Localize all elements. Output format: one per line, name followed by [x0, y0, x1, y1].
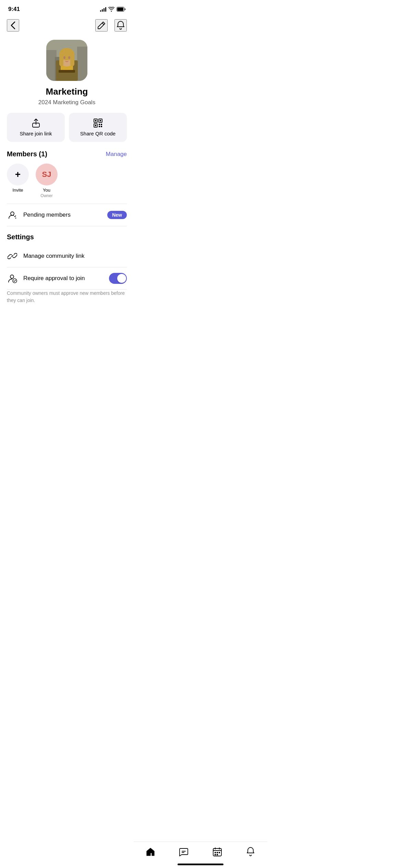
share-link-label: Share join link: [20, 131, 52, 136]
notification-button[interactable]: [114, 19, 127, 32]
share-qr-button[interactable]: Share QR code: [69, 113, 127, 142]
approval-description: Community owners must approve new member…: [0, 290, 134, 311]
pending-members-icon: [7, 209, 18, 220]
share-link-icon: [31, 118, 41, 128]
battery-icon: [117, 7, 125, 12]
profile-name: Marketing: [46, 86, 88, 97]
back-button[interactable]: [7, 19, 19, 32]
svg-point-12: [63, 56, 65, 59]
wifi-icon: [108, 7, 114, 12]
member-you-avatar: SJ: [36, 164, 58, 185]
approval-description-text: Community owners must approve new member…: [7, 290, 125, 303]
member-you-role: Owner: [40, 193, 52, 198]
settings-section: Settings: [0, 226, 134, 245]
members-section: Members (1) Manage + Invite SJ You Owner: [0, 150, 134, 204]
profile-subtitle: 2024 Marketing Goals: [38, 99, 95, 106]
pending-members-row[interactable]: Pending members New: [0, 204, 134, 226]
require-approval-toggle[interactable]: [109, 273, 127, 284]
link-icon: [7, 251, 18, 262]
profile-section: Marketing 2024 Marketing Goals: [0, 37, 134, 113]
manage-link[interactable]: Manage: [106, 151, 127, 158]
status-icons: [100, 7, 125, 12]
status-time: 9:41: [8, 6, 20, 13]
svg-rect-21: [95, 125, 96, 126]
svg-rect-4: [77, 47, 87, 81]
svg-rect-1: [117, 8, 123, 11]
svg-point-26: [11, 212, 14, 215]
members-title: Members (1): [7, 150, 47, 158]
edit-icon: [97, 21, 106, 30]
member-you-name: You: [43, 188, 50, 193]
profile-avatar: [46, 40, 87, 81]
svg-point-28: [10, 275, 14, 278]
share-join-link-button[interactable]: Share join link: [7, 113, 65, 142]
invite-avatar: +: [7, 164, 29, 185]
pending-members-label: Pending members: [23, 212, 102, 218]
invite-member-button[interactable]: + Invite: [7, 164, 29, 193]
manage-community-link-row[interactable]: Manage community link: [0, 245, 134, 267]
svg-rect-11: [70, 54, 74, 66]
svg-rect-22: [99, 124, 100, 125]
require-approval-label: Require approval to join: [23, 275, 104, 282]
invite-label: Invite: [12, 188, 23, 193]
svg-point-13: [68, 56, 70, 59]
bell-icon: [116, 21, 125, 30]
svg-rect-17: [95, 120, 96, 121]
member-you[interactable]: SJ You Owner: [36, 164, 58, 198]
svg-rect-25: [101, 126, 102, 127]
members-header: Members (1) Manage: [7, 150, 127, 158]
svg-rect-14: [59, 70, 75, 73]
settings-title: Settings: [7, 233, 127, 241]
avatar-image: [46, 40, 87, 81]
svg-rect-19: [100, 120, 101, 121]
action-buttons: Share join link Share QR code: [0, 113, 134, 150]
top-nav: [0, 16, 134, 37]
qr-code-icon: [93, 118, 103, 128]
edit-button[interactable]: [95, 19, 108, 32]
status-bar: 9:41: [0, 0, 134, 16]
nav-right-actions: [95, 19, 127, 32]
require-approval-row[interactable]: Require approval to join: [0, 267, 134, 289]
approval-icon: [7, 273, 18, 284]
new-badge: New: [107, 211, 127, 219]
svg-rect-10: [59, 54, 63, 66]
members-list: + Invite SJ You Owner: [7, 164, 127, 198]
svg-rect-23: [101, 124, 102, 125]
share-qr-label: Share QR code: [80, 131, 116, 136]
community-link-label: Manage community link: [23, 253, 127, 260]
signal-icon: [100, 7, 106, 12]
svg-rect-24: [99, 126, 100, 127]
